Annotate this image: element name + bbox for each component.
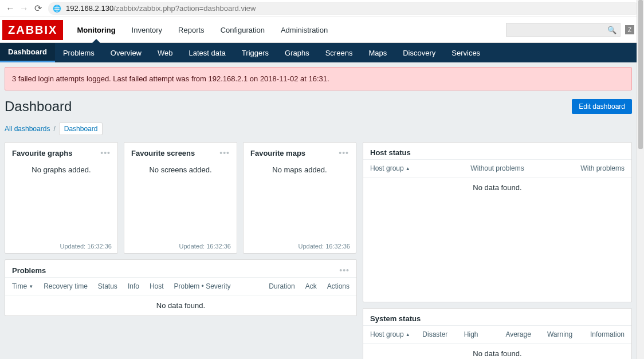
browser-toolbar: ← → ⟳ 🌐 192.168.2.130/zabbix/zabbix.php?…: [0, 0, 644, 17]
problems-table-header: Time Recovery time Status Info Host Prob…: [5, 277, 356, 295]
forward-icon: →: [17, 3, 31, 14]
col-host-group[interactable]: Host group: [370, 164, 455, 172]
widget-menu-icon[interactable]: •••: [339, 148, 349, 157]
widget-updated: Updated: 16:32:36: [124, 240, 237, 253]
sub-nav-maps[interactable]: Maps: [360, 43, 395, 62]
primary-nav: Monitoring Inventory Reports Configurati…: [69, 17, 336, 42]
url-text: 192.168.2.130/zabbix/zabbix.php?action=d…: [66, 4, 256, 13]
col-without-problems[interactable]: Without problems: [455, 164, 540, 172]
widget-title: Favourite maps: [250, 149, 305, 157]
widget-empty: No graphs added.: [32, 165, 91, 174]
col-status[interactable]: Status: [98, 282, 117, 290]
col-average[interactable]: Average: [505, 330, 541, 338]
breadcrumb-current: Dashboard: [59, 123, 103, 135]
zabbix-logo[interactable]: ZABBIX: [2, 20, 63, 40]
col-actions[interactable]: Actions: [327, 282, 350, 290]
widget-updated: Updated: 16:32:36: [5, 240, 117, 253]
sub-nav-problems[interactable]: Problems: [55, 43, 103, 62]
search-input[interactable]: [506, 25, 604, 34]
sub-nav-dashboard[interactable]: Dashboard: [0, 43, 55, 62]
problems-empty: No data found.: [5, 295, 356, 315]
widget-updated: Updated: 16:32:36: [244, 240, 356, 253]
back-icon[interactable]: ←: [3, 3, 17, 14]
system-status-table-header: Host group Disaster High Average Warning…: [363, 325, 631, 343]
nav-administration[interactable]: Administration: [273, 17, 336, 42]
widget-menu-icon[interactable]: •••: [219, 148, 230, 157]
widget-title: Favourite graphs: [12, 149, 72, 157]
content-area: 3 failed login attempts logged. Last fai…: [0, 62, 637, 359]
widget-favourite-screens: Favourite screens ••• No screens added. …: [124, 142, 237, 254]
col-ack[interactable]: Ack: [305, 282, 317, 290]
widget-system-status: System status Host group Disaster High A…: [363, 308, 632, 359]
widget-empty: No maps added.: [272, 165, 327, 174]
sub-nav-graphs[interactable]: Graphs: [277, 43, 317, 62]
col-host[interactable]: Host: [150, 282, 164, 290]
sub-nav-discovery[interactable]: Discovery: [395, 43, 443, 62]
edit-dashboard-button[interactable]: Edit dashboard: [572, 99, 632, 114]
col-information[interactable]: Information: [588, 330, 625, 338]
sub-nav-web[interactable]: Web: [150, 43, 181, 62]
nav-monitoring[interactable]: Monitoring: [69, 17, 123, 42]
col-problem-severity[interactable]: Problem • Severity: [174, 282, 231, 290]
top-header: ZABBIX Monitoring Inventory Reports Conf…: [0, 17, 637, 43]
address-bar[interactable]: 🌐 192.168.2.130/zabbix/zabbix.php?action…: [48, 2, 641, 15]
globe-icon: 🌐: [53, 5, 61, 13]
breadcrumb-separator: /: [53, 125, 55, 133]
sub-nav-screens[interactable]: Screens: [317, 43, 361, 62]
widget-title: System status: [370, 314, 421, 323]
share-badge[interactable]: Z: [625, 25, 634, 34]
nav-inventory[interactable]: Inventory: [124, 17, 170, 42]
sub-nav: Dashboard Problems Overview Web Latest d…: [0, 43, 637, 62]
reload-icon[interactable]: ⟳: [31, 3, 45, 14]
col-host-group[interactable]: Host group: [370, 330, 417, 338]
sub-nav-overview[interactable]: Overview: [103, 43, 150, 62]
sub-nav-services[interactable]: Services: [443, 43, 488, 62]
widget-problems: Problems ••• Time Recovery time Status I…: [5, 259, 357, 316]
widget-empty: No screens added.: [149, 165, 211, 174]
col-disaster[interactable]: Disaster: [422, 330, 458, 338]
widget-host-status: Host status Host group Without problems …: [363, 142, 632, 302]
nav-reports[interactable]: Reports: [170, 17, 213, 42]
widget-menu-icon[interactable]: •••: [100, 148, 111, 157]
col-duration[interactable]: Duration: [269, 282, 294, 290]
col-warning[interactable]: Warning: [547, 330, 583, 338]
page-title: Dashboard: [5, 98, 72, 115]
widget-menu-icon[interactable]: •••: [339, 266, 350, 275]
search-icon[interactable]: 🔍: [604, 26, 620, 34]
col-time[interactable]: Time: [12, 282, 33, 290]
widget-favourite-graphs: Favourite graphs ••• No graphs added. Up…: [5, 142, 118, 254]
host-status-table-header: Host group Without problems With problem…: [363, 159, 631, 177]
global-search[interactable]: 🔍: [506, 23, 621, 37]
login-alert: 3 failed login attempts logged. Last fai…: [5, 67, 632, 90]
col-high[interactable]: High: [464, 330, 500, 338]
window-scrollbar[interactable]: [637, 0, 644, 359]
widget-title: Host status: [370, 148, 411, 157]
sub-nav-triggers[interactable]: Triggers: [234, 43, 277, 62]
breadcrumb-all-dashboards[interactable]: All dashboards: [5, 125, 50, 133]
host-status-empty: No data found.: [363, 177, 631, 198]
breadcrumb: All dashboards / Dashboard: [5, 123, 632, 135]
sub-nav-latest-data[interactable]: Latest data: [181, 43, 234, 62]
system-status-empty: No data found.: [363, 343, 631, 359]
widget-favourite-maps: Favourite maps ••• No maps added. Update…: [243, 142, 356, 254]
widget-title: Problems: [12, 266, 46, 275]
col-with-problems[interactable]: With problems: [540, 164, 625, 172]
widget-title: Favourite screens: [131, 149, 195, 157]
col-info[interactable]: Info: [128, 282, 139, 290]
nav-configuration[interactable]: Configuration: [213, 17, 273, 42]
col-recovery-time[interactable]: Recovery time: [44, 282, 88, 290]
